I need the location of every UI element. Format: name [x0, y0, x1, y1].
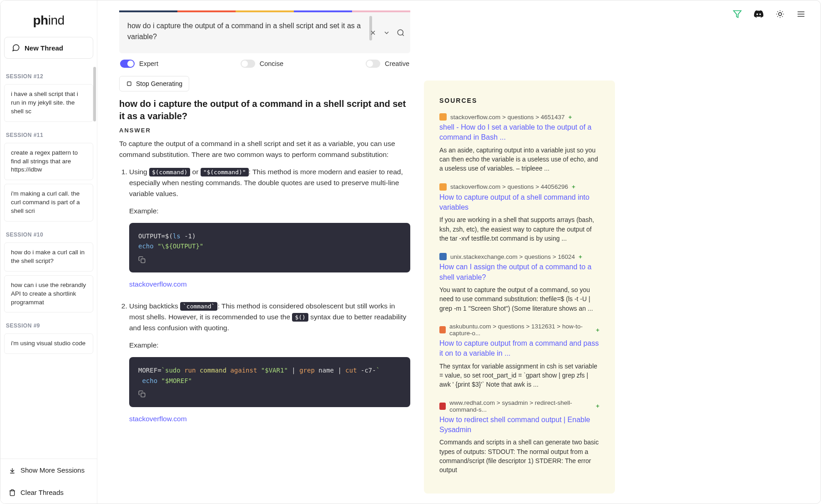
source-link[interactable]: stackoverflow.com	[129, 280, 187, 288]
source-title-link[interactable]: shell - How do I set a variable to the o…	[439, 122, 599, 143]
copy-icon[interactable]	[138, 390, 146, 398]
sidebar: phind New Thread SESSION #12i have a she…	[0, 0, 97, 504]
session-header: SESSION #12	[4, 67, 93, 84]
stop-generating-button[interactable]: Stop Generating	[119, 76, 189, 91]
creative-toggle[interactable]	[366, 60, 380, 68]
sources-panel: SOURCES stackoverflow.com > questions > …	[424, 81, 615, 494]
new-thread-button[interactable]: New Thread	[4, 37, 93, 59]
plus-icon[interactable]: +	[579, 253, 582, 260]
scrollbar[interactable]	[93, 67, 96, 121]
copy-icon[interactable]	[138, 256, 146, 263]
sidebar-footer: Show More Sessions Clear Threads	[0, 459, 97, 504]
topbar	[722, 3, 816, 19]
plus-icon[interactable]: +	[572, 183, 575, 190]
source-url: unix.stackexchange.com > questions > 160…	[439, 253, 599, 260]
source-title-link[interactable]: How can I assign the output of a command…	[439, 262, 599, 282]
mode-toggles: Expert Concise Creative	[119, 53, 410, 74]
source-url: www.redhat.com > sysadmin > redirect-she…	[439, 399, 599, 413]
svg-rect-5	[141, 393, 145, 397]
source-item: stackoverflow.com > questions > 4651437 …	[439, 113, 599, 173]
session-item[interactable]: how can i use the rebrandly API to creat…	[4, 275, 93, 313]
stop-icon	[126, 81, 132, 87]
logo: phind	[0, 0, 97, 37]
clear-threads-button[interactable]: Clear Threads	[0, 481, 97, 504]
chat-icon	[12, 44, 20, 52]
answer-body: To capture the output of a command in a …	[119, 138, 410, 449]
session-header: SESSION #11	[4, 126, 93, 143]
source-item: stackoverflow.com > questions > 44056296…	[439, 183, 599, 243]
svg-marker-0	[734, 11, 741, 18]
search-icon[interactable]	[397, 29, 405, 37]
session-item[interactable]: how do i make a curl call in the shell s…	[4, 242, 93, 272]
menu-icon[interactable]	[796, 10, 806, 19]
answer-method-2: Using backticks `command`: This method i…	[129, 301, 410, 424]
source-item: www.redhat.com > sysadmin > redirect-she…	[439, 399, 599, 475]
source-description: As an aside, capturing output into a var…	[439, 146, 599, 173]
favicon	[439, 113, 447, 121]
search-input[interactable]	[127, 20, 385, 43]
source-url: askubuntu.com > questions > 1312631 > ho…	[439, 323, 599, 337]
question-title: how do i capture the output of a command…	[119, 98, 410, 122]
code-block-1: OUTPUT=$(ls -1) echo "\${OUTPUT}"	[129, 223, 410, 272]
main: Expert Concise Creative Stop Generating …	[97, 0, 821, 504]
plus-icon[interactable]: +	[596, 403, 599, 409]
source-title-link[interactable]: How to capture output of a shell command…	[439, 192, 599, 213]
plus-icon[interactable]: +	[568, 114, 572, 121]
source-item: unix.stackexchange.com > questions > 160…	[439, 253, 599, 313]
svg-rect-4	[141, 259, 145, 263]
session-header: SESSION #9	[4, 316, 93, 333]
favicon	[439, 183, 447, 191]
show-more-sessions-button[interactable]: Show More Sessions	[0, 459, 97, 481]
answer-label: ANSWER	[119, 127, 410, 134]
answer-method-1: Using $(command) or "$(command)": This m…	[129, 166, 410, 290]
plus-icon[interactable]: +	[596, 327, 599, 333]
svg-point-1	[779, 13, 782, 16]
source-description: You want to capture the output of a comm…	[439, 285, 599, 313]
source-title-link[interactable]: How to redirect shell command output | E…	[439, 415, 599, 435]
source-description: Commands and scripts in a shell can gene…	[439, 438, 599, 474]
favicon	[439, 253, 447, 260]
source-item: askubuntu.com > questions > 1312631 > ho…	[439, 323, 599, 389]
source-title-link[interactable]: How to capture output from a command and…	[439, 338, 599, 359]
session-item[interactable]: i'm making a curl call. the curl command…	[4, 184, 93, 222]
code-block-2: MOREF=`sudo run command against "$VAR1" …	[129, 357, 410, 407]
search-box	[119, 12, 410, 53]
favicon	[439, 403, 446, 410]
center-column: Expert Concise Creative Stop Generating …	[119, 0, 410, 504]
svg-rect-3	[127, 82, 131, 86]
trash-icon	[9, 489, 16, 496]
source-description: If you are working in a shell that suppo…	[439, 215, 599, 243]
source-url: stackoverflow.com > questions > 44056296…	[439, 183, 599, 191]
chevron-down-icon[interactable]	[383, 29, 390, 36]
session-item[interactable]: create a regex pattern to find all strin…	[4, 143, 93, 181]
discord-icon[interactable]	[754, 9, 764, 19]
theme-icon[interactable]	[776, 10, 785, 19]
concise-toggle[interactable]	[241, 60, 255, 68]
svg-point-2	[398, 30, 403, 35]
sessions-list: SESSION #12i have a shell script that i …	[0, 67, 97, 459]
source-url: stackoverflow.com > questions > 4651437 …	[439, 113, 599, 121]
source-description: The syntax for variable assignment in cs…	[439, 362, 599, 389]
source-link[interactable]: stackoverflow.com	[129, 415, 187, 423]
session-item[interactable]: i have a shell script that i run in my j…	[4, 84, 93, 122]
session-header: SESSION #10	[4, 225, 93, 242]
sources-label: SOURCES	[439, 97, 599, 104]
session-item[interactable]: i'm using visual studio code	[4, 333, 93, 354]
favicon	[439, 326, 446, 333]
expert-toggle[interactable]	[120, 60, 135, 68]
clear-icon[interactable]	[369, 29, 377, 36]
download-icon	[9, 467, 16, 474]
filter-icon[interactable]	[733, 10, 742, 19]
